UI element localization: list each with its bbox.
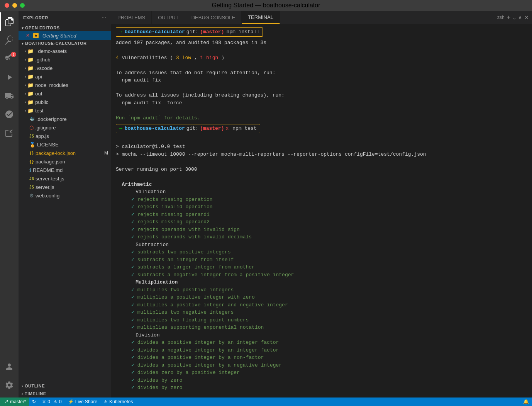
- folder-icon: 📁: [27, 65, 34, 71]
- window-title: Getting Started — boathouse-calculator: [212, 2, 320, 9]
- tab-problems[interactable]: PROBLEMS: [111, 11, 152, 24]
- terminal-prompt-1: → boathouse-calculator git: (master) npm…: [116, 27, 527, 37]
- test-section-arithmetic: Arithmetic: [116, 181, 527, 189]
- prompt-dir-1: boathouse-calculator: [125, 28, 185, 36]
- docker-icon: 🐳: [29, 117, 35, 122]
- sidebar-item-run[interactable]: [0, 68, 19, 87]
- sidebar-item-remote[interactable]: [0, 105, 19, 124]
- live-share-icon: ⚡: [68, 399, 74, 404]
- file-app-js[interactable]: JS app.js: [19, 132, 111, 140]
- status-kubernetes[interactable]: ⚠ Kubernetes: [100, 398, 136, 406]
- accounts-icon[interactable]: [0, 357, 19, 376]
- file-vscode[interactable]: › 📁 .vscode: [19, 64, 111, 72]
- prompt-git-1: git:: [186, 28, 198, 36]
- project-label: BOATHOUSE-CALCULATOR: [25, 41, 87, 46]
- file-out[interactable]: › 📁 out: [19, 89, 111, 98]
- file-server-test[interactable]: JS server-test.js: [19, 174, 111, 183]
- file-license[interactable]: 🏅 LICENSE: [19, 140, 111, 149]
- sidebar-item-source-control[interactable]: 1: [0, 49, 19, 68]
- settings-icon[interactable]: [0, 376, 19, 394]
- terminal-content[interactable]: → boathouse-calculator git: (master) npm…: [111, 24, 532, 398]
- warning-count: 0: [59, 399, 62, 404]
- file-gitignore[interactable]: ⬡ .gitignore: [19, 123, 111, 132]
- tab-terminal[interactable]: TERMINAL: [242, 11, 280, 24]
- sidebar: EXPLORER ··· ▾ OPEN EDITORS ✕ ★ Getting …: [19, 11, 111, 398]
- config-icon: ⚙: [29, 193, 34, 199]
- test-subsection-multiplication: Multiplication: [116, 279, 527, 286]
- content-area: PROBLEMS OUTPUT DEBUG CONSOLE TERMINAL z…: [111, 11, 532, 398]
- open-editor-item-getting-started[interactable]: ✕ ★ Getting Started: [19, 31, 111, 40]
- minimize-button[interactable]: [12, 3, 17, 8]
- bell-icon: 🔔: [523, 399, 529, 404]
- file-api[interactable]: › 📁 api: [19, 72, 111, 81]
- folder-icon: 📁: [27, 82, 34, 88]
- sidebar-item-extensions[interactable]: [0, 87, 19, 105]
- status-notifications[interactable]: 🔔: [520, 398, 532, 406]
- folder-icon: 📁: [27, 108, 34, 114]
- sidebar-item-testing[interactable]: [0, 124, 19, 142]
- chevron-open-editors: ▾: [22, 26, 24, 30]
- open-editors-section[interactable]: ▾ OPEN EDITORS: [19, 24, 111, 31]
- status-left: ⎇ master* ↻ ✕ 0 ⚠ 0 ⚡ Live Share ⚠ Kuber…: [0, 398, 136, 406]
- sidebar-more-icon[interactable]: ···: [102, 14, 107, 21]
- outline-section[interactable]: › OUTLINE: [19, 382, 111, 390]
- add-terminal-icon[interactable]: +: [507, 14, 510, 21]
- status-errors[interactable]: ✕ 0 ⚠ 0: [39, 398, 64, 406]
- folder-icon: 📁: [27, 91, 34, 97]
- file-test[interactable]: › 📁 test: [19, 106, 111, 115]
- file-dockerignore[interactable]: 🐳 .dockerignore: [19, 115, 111, 123]
- status-remote[interactable]: ⎇ master*: [0, 398, 29, 406]
- status-bar: ⎇ master* ↻ ✕ 0 ⚠ 0 ⚡ Live Share ⚠ Kuber…: [0, 398, 532, 406]
- test-subsection-subtraction: Subtraction: [116, 241, 527, 249]
- getting-started-file-icon: ★: [33, 33, 39, 38]
- tab-output[interactable]: OUTPUT: [152, 11, 185, 24]
- expand-icon[interactable]: ∧: [518, 14, 522, 20]
- maximize-button[interactable]: [20, 3, 25, 8]
- sidebar-title: EXPLORER: [23, 15, 48, 20]
- test-subsection-division: Division: [116, 331, 527, 339]
- status-right: 🔔: [520, 398, 532, 406]
- branch-name: master*: [10, 399, 26, 404]
- prompt-arrow-1: →: [119, 28, 122, 36]
- status-live-share[interactable]: ⚡ Live Share: [65, 398, 100, 406]
- prompt-git-2: git:: [186, 125, 198, 133]
- prompt-arrow-2: →: [119, 125, 122, 133]
- prompt-dir-2: boathouse-calculator: [125, 125, 185, 133]
- close-file-icon[interactable]: ✕: [25, 32, 31, 39]
- file-readme[interactable]: ℹ README.md: [19, 166, 111, 174]
- npm-install-output: added 107 packages, and audited 108 pack…: [116, 39, 527, 122]
- status-sync[interactable]: ↻: [29, 398, 39, 406]
- timeline-section[interactable]: › TIMELINE: [19, 390, 111, 398]
- file-demo-assets[interactable]: › 📁 _demo-assets: [19, 47, 111, 55]
- file-server-js[interactable]: JS server.js: [19, 183, 111, 191]
- live-share-label: Live Share: [75, 399, 97, 404]
- traffic-lights: [5, 3, 25, 8]
- sync-icon: ↻: [32, 399, 36, 404]
- terminal-toolbar-actions: zsh + ⌵ ∧ ✕: [497, 11, 532, 24]
- file-github[interactable]: › 📁 .github: [19, 55, 111, 64]
- file-package-json[interactable]: {} package.json: [19, 157, 111, 166]
- file-public[interactable]: › 📁 public: [19, 98, 111, 106]
- folder-icon: 📁: [27, 57, 34, 63]
- close-terminal-icon[interactable]: ✕: [524, 14, 529, 20]
- modified-badge: M: [104, 150, 108, 156]
- git-icon: ⬡: [29, 125, 34, 131]
- npm-test-output: > calculator@1.0.0 test > mocha --timeou…: [116, 136, 527, 398]
- terminal-prompt-2: → boathouse-calculator git: (master) x n…: [116, 124, 527, 134]
- md-icon: ℹ: [29, 167, 31, 173]
- file-package-lock[interactable]: {} package-lock.json M: [19, 149, 111, 157]
- split-terminal-icon[interactable]: ⌵: [513, 14, 516, 20]
- tab-debug-console[interactable]: DEBUG CONSOLE: [185, 11, 242, 24]
- sidebar-item-explorer[interactable]: [0, 12, 19, 31]
- error-count: 0: [47, 399, 50, 404]
- sidebar-header: EXPLORER ···: [19, 11, 111, 24]
- folder-icon: 📁: [27, 99, 34, 105]
- js-icon: JS: [29, 134, 34, 138]
- project-section[interactable]: ▾ BOATHOUSE-CALCULATOR: [19, 40, 111, 47]
- file-node-modules[interactable]: › 📁 node_modules: [19, 81, 111, 89]
- prompt-branch-1: (master): [200, 28, 224, 36]
- sidebar-item-search[interactable]: [0, 31, 19, 49]
- close-button[interactable]: [5, 3, 9, 8]
- file-web-config[interactable]: ⚙ web.config: [19, 191, 111, 200]
- js-icon4: JS: [29, 185, 34, 189]
